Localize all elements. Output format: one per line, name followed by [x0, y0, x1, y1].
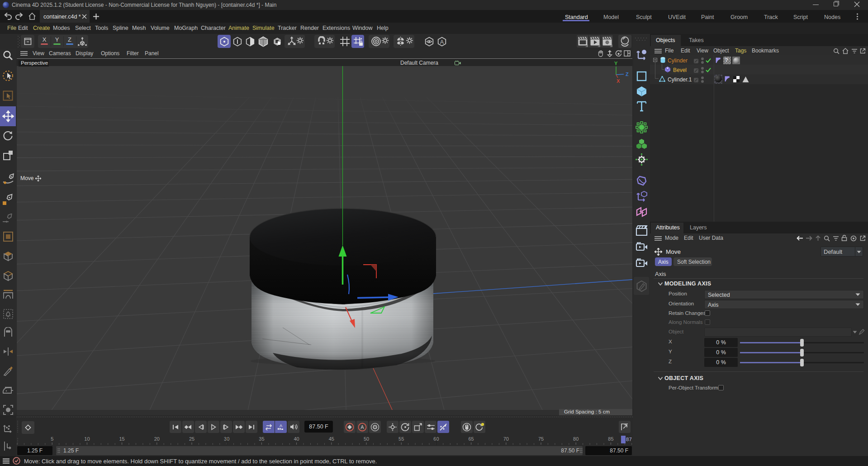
svg-text:A: A: [360, 424, 364, 430]
svg-text:15: 15: [119, 436, 124, 442]
svg-text:65: 65: [468, 436, 474, 442]
svg-text:55: 55: [398, 436, 404, 442]
svg-text:10: 10: [84, 436, 90, 442]
svg-text:Y: Y: [614, 61, 618, 66]
svg-text:20: 20: [154, 436, 160, 442]
svg-text:25: 25: [189, 436, 194, 442]
svg-text:75: 75: [538, 436, 544, 442]
svg-text:45: 45: [329, 436, 334, 442]
svg-text:40: 40: [294, 436, 299, 442]
svg-text:35: 35: [259, 436, 264, 442]
svg-text:85: 85: [608, 436, 613, 442]
svg-text:70: 70: [503, 436, 509, 442]
svg-text:X: X: [617, 78, 620, 84]
svg-text:80: 80: [573, 436, 579, 442]
svg-text:Z: Z: [626, 71, 629, 77]
svg-text:50: 50: [364, 436, 369, 442]
svg-text:A: A: [280, 423, 282, 428]
svg-text:A: A: [440, 38, 444, 45]
svg-text:5: 5: [51, 436, 53, 442]
